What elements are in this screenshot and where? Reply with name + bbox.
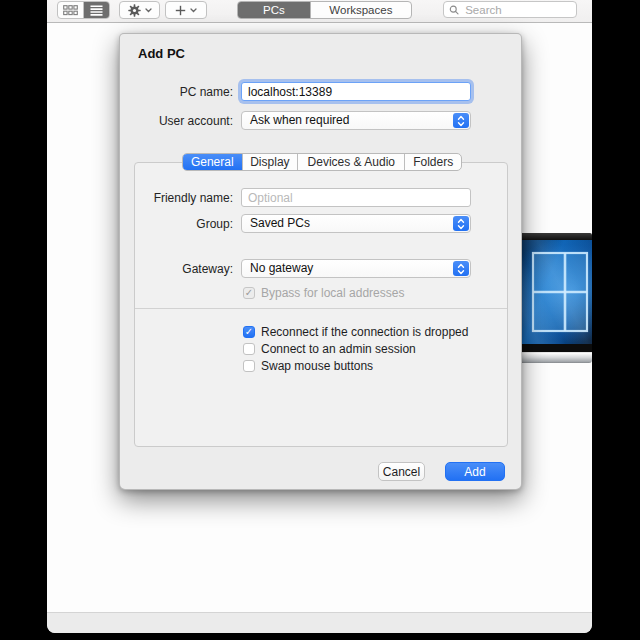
checkmark-icon: ✓ bbox=[245, 327, 253, 337]
tab-devices-audio[interactable]: Devices & Audio bbox=[297, 154, 404, 170]
reconnect-checkbox-row: ✓ Reconnect if the connection is dropped bbox=[243, 325, 468, 339]
pcs-workspaces-segmented-control: PCs Workspaces bbox=[237, 1, 412, 19]
swap-mouse-checkbox[interactable]: ✓ bbox=[243, 360, 255, 372]
up-down-chevrons-icon bbox=[453, 216, 469, 231]
tab-general[interactable]: General bbox=[183, 154, 242, 170]
swap-mouse-checkbox-row: ✓ Swap mouse buttons bbox=[243, 359, 373, 373]
bypass-checkbox[interactable]: ✓ bbox=[243, 287, 255, 299]
remote-desktop-window: PCs Workspaces Add PC PC name: User acco… bbox=[47, 0, 592, 633]
up-down-chevrons-icon bbox=[453, 113, 469, 128]
swap-mouse-checkbox-label: Swap mouse buttons bbox=[261, 359, 373, 373]
status-bar bbox=[47, 612, 592, 633]
tab-display[interactable]: Display bbox=[242, 154, 298, 170]
friendly-name-label: Friendly name: bbox=[120, 191, 233, 205]
user-account-value: Ask when required bbox=[242, 112, 453, 129]
toolbar: PCs Workspaces bbox=[47, 0, 592, 23]
checkmark-icon: ✓ bbox=[245, 288, 253, 298]
admin-session-checkbox-label: Connect to an admin session bbox=[261, 342, 416, 356]
user-account-label: User account: bbox=[120, 114, 233, 128]
user-account-dropdown[interactable]: Ask when required bbox=[241, 111, 471, 130]
magnifier-icon bbox=[449, 4, 459, 16]
chevron-down-icon bbox=[145, 8, 152, 13]
group-value: Saved PCs bbox=[242, 215, 453, 232]
dialog-tab-bar: General Display Devices & Audio Folders bbox=[182, 153, 462, 171]
pc-name-input[interactable] bbox=[241, 82, 471, 101]
reconnect-checkbox[interactable]: ✓ bbox=[243, 326, 255, 338]
plus-icon bbox=[175, 5, 186, 16]
bypass-checkbox-row: ✓ Bypass for local addresses bbox=[243, 286, 404, 300]
friendly-name-input[interactable] bbox=[241, 188, 471, 207]
gateway-label: Gateway: bbox=[120, 262, 233, 276]
tab-folders[interactable]: Folders bbox=[404, 154, 461, 170]
gateway-value: No gateway bbox=[242, 260, 453, 277]
reconnect-checkbox-label: Reconnect if the connection is dropped bbox=[261, 325, 468, 339]
add-menu-button[interactable] bbox=[165, 1, 207, 19]
admin-session-checkbox-row: ✓ Connect to an admin session bbox=[243, 342, 416, 356]
add-button[interactable]: Add bbox=[445, 462, 505, 481]
admin-session-checkbox[interactable]: ✓ bbox=[243, 343, 255, 355]
settings-menu-button[interactable] bbox=[119, 1, 160, 19]
gateway-dropdown[interactable]: No gateway bbox=[241, 259, 471, 278]
view-mode-segmented-control bbox=[57, 1, 110, 19]
add-pc-dialog: Add PC PC name: User account: Ask when r… bbox=[119, 33, 522, 490]
group-dropdown[interactable]: Saved PCs bbox=[241, 214, 471, 233]
grid-icon bbox=[63, 5, 78, 16]
dialog-title: Add PC bbox=[138, 46, 185, 61]
search-input[interactable] bbox=[463, 3, 571, 17]
cancel-button[interactable]: Cancel bbox=[378, 462, 425, 481]
bypass-checkbox-label: Bypass for local addresses bbox=[261, 286, 404, 300]
tab-pcs[interactable]: PCs bbox=[238, 2, 310, 18]
gear-icon bbox=[128, 4, 141, 17]
grid-view-button[interactable] bbox=[58, 2, 83, 18]
list-icon bbox=[90, 5, 103, 16]
chevron-down-icon bbox=[190, 8, 197, 13]
list-view-button[interactable] bbox=[83, 2, 109, 18]
up-down-chevrons-icon bbox=[453, 261, 469, 276]
section-divider bbox=[135, 308, 507, 309]
windows-logo-icon bbox=[531, 251, 589, 333]
search-field[interactable] bbox=[443, 1, 577, 18]
tab-workspaces[interactable]: Workspaces bbox=[310, 2, 411, 18]
pc-name-label: PC name: bbox=[120, 85, 233, 99]
group-label: Group: bbox=[120, 217, 233, 231]
